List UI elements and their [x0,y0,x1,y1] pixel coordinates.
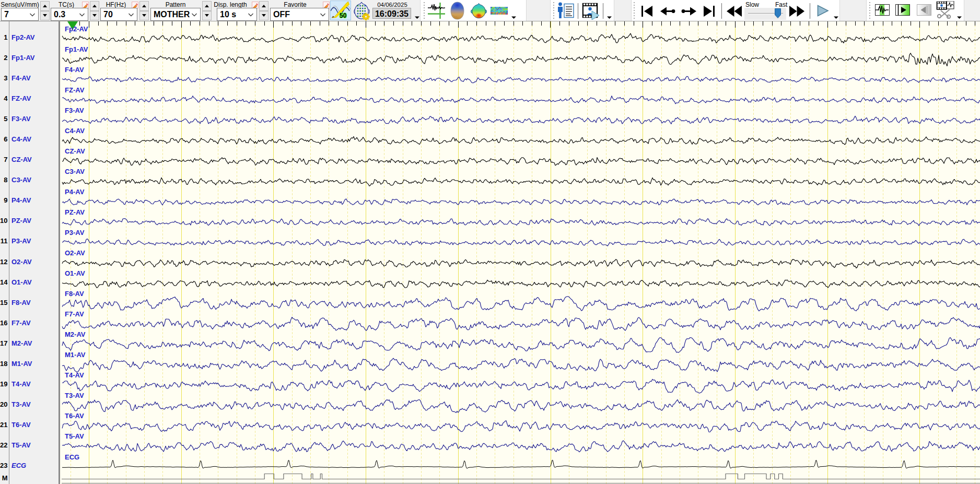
svg-text:50: 50 [340,12,347,19]
